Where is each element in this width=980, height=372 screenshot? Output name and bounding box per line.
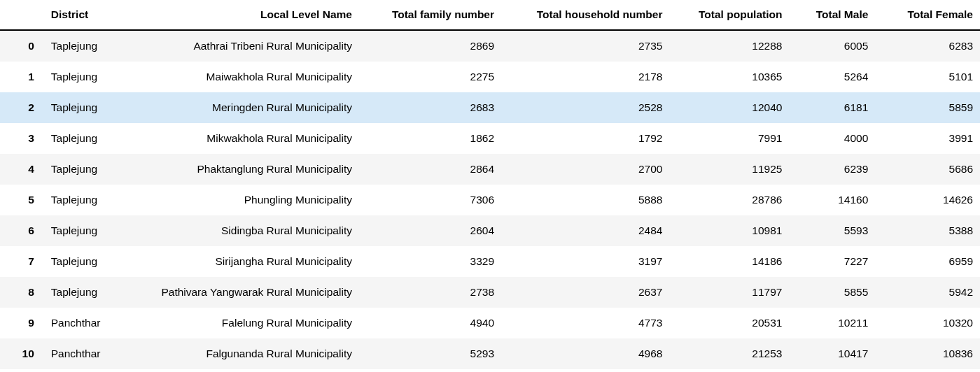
row-index: 0 [0, 30, 41, 62]
cell-female: 6959 [875, 246, 980, 277]
row-index: 10 [0, 338, 41, 369]
cell-name: Meringden Rural Municipality [127, 92, 359, 123]
cell-household: 1792 [501, 123, 669, 154]
cell-household: 5888 [501, 185, 669, 215]
col-household: Total household number [501, 0, 669, 30]
table-row: 4TaplejungPhaktanglung Rural Municipalit… [0, 154, 980, 185]
col-female: Total Female [875, 0, 980, 30]
table-row: 0TaplejungAathrai Tribeni Rural Municipa… [0, 30, 980, 62]
cell-family: 1862 [359, 123, 501, 154]
cell-population: 20531 [669, 308, 789, 338]
cell-female: 6283 [875, 30, 980, 62]
table-row: 10PanchtharFalgunanda Rural Municipality… [0, 338, 980, 369]
col-local-level: Local Level Name [127, 0, 359, 30]
cell-female: 5942 [875, 277, 980, 308]
cell-household: 2637 [501, 277, 669, 308]
cell-district: Taplejung [41, 62, 127, 92]
cell-family: 3329 [359, 246, 501, 277]
row-index: 2 [0, 92, 41, 123]
cell-district: Taplejung [41, 246, 127, 277]
cell-population: 10365 [669, 62, 789, 92]
data-table: District Local Level Name Total family n… [0, 0, 980, 369]
cell-district: Panchthar [41, 308, 127, 338]
cell-household: 2700 [501, 154, 669, 185]
cell-female: 5388 [875, 215, 980, 246]
cell-female: 14626 [875, 185, 980, 215]
table-row: 3TaplejungMikwakhola Rural Municipality1… [0, 123, 980, 154]
cell-district: Taplejung [41, 277, 127, 308]
col-population: Total population [669, 0, 789, 30]
cell-male: 5855 [789, 277, 875, 308]
row-index: 1 [0, 62, 41, 92]
cell-female: 3991 [875, 123, 980, 154]
cell-district: Panchthar [41, 338, 127, 369]
cell-name: Sirijangha Rural Municipality [127, 246, 359, 277]
cell-population: 14186 [669, 246, 789, 277]
cell-name: Phungling Municipality [127, 185, 359, 215]
table-row: 1TaplejungMaiwakhola Rural Municipality2… [0, 62, 980, 92]
row-index: 5 [0, 185, 41, 215]
cell-male: 6005 [789, 30, 875, 62]
cell-household: 2178 [501, 62, 669, 92]
col-index [0, 0, 41, 30]
cell-household: 2735 [501, 30, 669, 62]
cell-female: 10836 [875, 338, 980, 369]
cell-district: Taplejung [41, 92, 127, 123]
cell-population: 12040 [669, 92, 789, 123]
cell-name: Pathivara Yangwarak Rural Municipality [127, 277, 359, 308]
cell-name: Sidingba Rural Municipality [127, 215, 359, 246]
row-index: 4 [0, 154, 41, 185]
table-body: 0TaplejungAathrai Tribeni Rural Municipa… [0, 30, 980, 369]
col-family: Total family number [359, 0, 501, 30]
table-row: 5TaplejungPhungling Municipality73065888… [0, 185, 980, 215]
cell-district: Taplejung [41, 154, 127, 185]
cell-family: 5293 [359, 338, 501, 369]
cell-population: 12288 [669, 30, 789, 62]
cell-family: 2869 [359, 30, 501, 62]
cell-population: 28786 [669, 185, 789, 215]
cell-female: 5859 [875, 92, 980, 123]
row-index: 8 [0, 277, 41, 308]
cell-female: 5686 [875, 154, 980, 185]
cell-name: Aathrai Tribeni Rural Municipality [127, 30, 359, 62]
cell-name: Phaktanglung Rural Municipality [127, 154, 359, 185]
cell-male: 4000 [789, 123, 875, 154]
cell-family: 2738 [359, 277, 501, 308]
cell-population: 11925 [669, 154, 789, 185]
cell-population: 21253 [669, 338, 789, 369]
cell-name: Mikwakhola Rural Municipality [127, 123, 359, 154]
row-index: 7 [0, 246, 41, 277]
cell-male: 5264 [789, 62, 875, 92]
col-male: Total Male [789, 0, 875, 30]
cell-male: 10211 [789, 308, 875, 338]
cell-family: 4940 [359, 308, 501, 338]
table-row: 8TaplejungPathivara Yangwarak Rural Muni… [0, 277, 980, 308]
cell-population: 10981 [669, 215, 789, 246]
cell-household: 4773 [501, 308, 669, 338]
row-index: 3 [0, 123, 41, 154]
cell-male: 7227 [789, 246, 875, 277]
cell-female: 5101 [875, 62, 980, 92]
table-row: 6TaplejungSidingba Rural Municipality260… [0, 215, 980, 246]
table-row: 7TaplejungSirijangha Rural Municipality3… [0, 246, 980, 277]
cell-name: Maiwakhola Rural Municipality [127, 62, 359, 92]
cell-population: 7991 [669, 123, 789, 154]
cell-district: Taplejung [41, 30, 127, 62]
cell-district: Taplejung [41, 123, 127, 154]
cell-male: 10417 [789, 338, 875, 369]
cell-family: 7306 [359, 185, 501, 215]
col-district: District [41, 0, 127, 30]
cell-male: 6239 [789, 154, 875, 185]
table-row: 2TaplejungMeringden Rural Municipality26… [0, 92, 980, 123]
cell-household: 2484 [501, 215, 669, 246]
cell-household: 2528 [501, 92, 669, 123]
cell-district: Taplejung [41, 215, 127, 246]
row-index: 9 [0, 308, 41, 338]
cell-family: 2683 [359, 92, 501, 123]
cell-male: 5593 [789, 215, 875, 246]
cell-name: Falgunanda Rural Municipality [127, 338, 359, 369]
cell-female: 10320 [875, 308, 980, 338]
cell-family: 2864 [359, 154, 501, 185]
row-index: 6 [0, 215, 41, 246]
cell-population: 11797 [669, 277, 789, 308]
